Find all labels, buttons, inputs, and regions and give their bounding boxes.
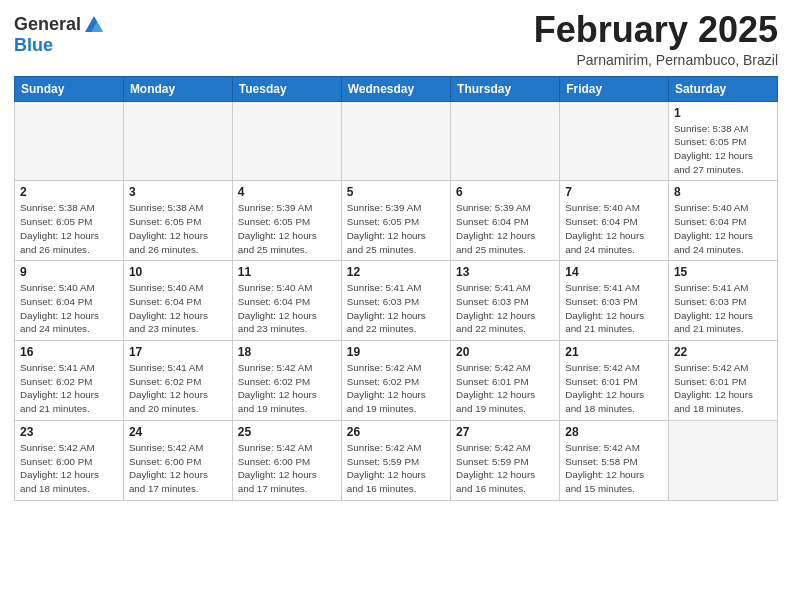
calendar-day-cell: 1Sunrise: 5:38 AM Sunset: 6:05 PM Daylig… bbox=[668, 101, 777, 181]
day-number: 2 bbox=[20, 185, 118, 199]
calendar-day-cell: 15Sunrise: 5:41 AM Sunset: 6:03 PM Dayli… bbox=[668, 261, 777, 341]
day-number: 1 bbox=[674, 106, 772, 120]
calendar-day-cell: 6Sunrise: 5:39 AM Sunset: 6:04 PM Daylig… bbox=[451, 181, 560, 261]
calendar-day-cell bbox=[560, 101, 669, 181]
calendar-week-row: 23Sunrise: 5:42 AM Sunset: 6:00 PM Dayli… bbox=[15, 420, 778, 500]
calendar-day-cell: 25Sunrise: 5:42 AM Sunset: 6:00 PM Dayli… bbox=[232, 420, 341, 500]
calendar-day-cell bbox=[451, 101, 560, 181]
day-number: 10 bbox=[129, 265, 227, 279]
calendar-day-header: Monday bbox=[123, 76, 232, 101]
day-number: 19 bbox=[347, 345, 445, 359]
logo-icon bbox=[83, 14, 105, 36]
day-info: Sunrise: 5:39 AM Sunset: 6:05 PM Dayligh… bbox=[347, 201, 445, 256]
calendar-day-cell: 16Sunrise: 5:41 AM Sunset: 6:02 PM Dayli… bbox=[15, 341, 124, 421]
calendar-table: SundayMondayTuesdayWednesdayThursdayFrid… bbox=[14, 76, 778, 501]
day-number: 21 bbox=[565, 345, 663, 359]
day-number: 28 bbox=[565, 425, 663, 439]
day-info: Sunrise: 5:42 AM Sunset: 6:02 PM Dayligh… bbox=[347, 361, 445, 416]
day-number: 15 bbox=[674, 265, 772, 279]
logo-blue-text: Blue bbox=[14, 36, 105, 56]
day-info: Sunrise: 5:41 AM Sunset: 6:02 PM Dayligh… bbox=[20, 361, 118, 416]
day-number: 3 bbox=[129, 185, 227, 199]
calendar-day-cell: 20Sunrise: 5:42 AM Sunset: 6:01 PM Dayli… bbox=[451, 341, 560, 421]
calendar-day-cell: 4Sunrise: 5:39 AM Sunset: 6:05 PM Daylig… bbox=[232, 181, 341, 261]
calendar-day-cell: 7Sunrise: 5:40 AM Sunset: 6:04 PM Daylig… bbox=[560, 181, 669, 261]
day-info: Sunrise: 5:40 AM Sunset: 6:04 PM Dayligh… bbox=[674, 201, 772, 256]
day-number: 20 bbox=[456, 345, 554, 359]
day-number: 8 bbox=[674, 185, 772, 199]
day-number: 17 bbox=[129, 345, 227, 359]
day-info: Sunrise: 5:41 AM Sunset: 6:03 PM Dayligh… bbox=[565, 281, 663, 336]
logo-general-text: General bbox=[14, 15, 81, 35]
calendar-day-cell: 3Sunrise: 5:38 AM Sunset: 6:05 PM Daylig… bbox=[123, 181, 232, 261]
day-info: Sunrise: 5:42 AM Sunset: 6:00 PM Dayligh… bbox=[129, 441, 227, 496]
calendar-day-cell: 27Sunrise: 5:42 AM Sunset: 5:59 PM Dayli… bbox=[451, 420, 560, 500]
month-year-title: February 2025 bbox=[534, 10, 778, 50]
day-info: Sunrise: 5:41 AM Sunset: 6:03 PM Dayligh… bbox=[347, 281, 445, 336]
calendar-day-cell bbox=[123, 101, 232, 181]
day-number: 13 bbox=[456, 265, 554, 279]
day-number: 23 bbox=[20, 425, 118, 439]
location-subtitle: Parnamirim, Pernambuco, Brazil bbox=[534, 52, 778, 68]
day-info: Sunrise: 5:40 AM Sunset: 6:04 PM Dayligh… bbox=[238, 281, 336, 336]
calendar-day-header: Thursday bbox=[451, 76, 560, 101]
calendar-day-cell: 28Sunrise: 5:42 AM Sunset: 5:58 PM Dayli… bbox=[560, 420, 669, 500]
day-number: 27 bbox=[456, 425, 554, 439]
calendar-day-cell: 17Sunrise: 5:41 AM Sunset: 6:02 PM Dayli… bbox=[123, 341, 232, 421]
day-info: Sunrise: 5:40 AM Sunset: 6:04 PM Dayligh… bbox=[565, 201, 663, 256]
calendar-day-header: Sunday bbox=[15, 76, 124, 101]
calendar-day-cell: 9Sunrise: 5:40 AM Sunset: 6:04 PM Daylig… bbox=[15, 261, 124, 341]
calendar-day-header: Wednesday bbox=[341, 76, 450, 101]
calendar-day-header: Tuesday bbox=[232, 76, 341, 101]
calendar-header-row: SundayMondayTuesdayWednesdayThursdayFrid… bbox=[15, 76, 778, 101]
calendar-day-header: Friday bbox=[560, 76, 669, 101]
calendar-week-row: 16Sunrise: 5:41 AM Sunset: 6:02 PM Dayli… bbox=[15, 341, 778, 421]
calendar-day-cell: 18Sunrise: 5:42 AM Sunset: 6:02 PM Dayli… bbox=[232, 341, 341, 421]
calendar-day-cell: 2Sunrise: 5:38 AM Sunset: 6:05 PM Daylig… bbox=[15, 181, 124, 261]
day-info: Sunrise: 5:42 AM Sunset: 6:00 PM Dayligh… bbox=[20, 441, 118, 496]
day-number: 5 bbox=[347, 185, 445, 199]
day-info: Sunrise: 5:38 AM Sunset: 6:05 PM Dayligh… bbox=[20, 201, 118, 256]
calendar-day-cell: 22Sunrise: 5:42 AM Sunset: 6:01 PM Dayli… bbox=[668, 341, 777, 421]
calendar-week-row: 2Sunrise: 5:38 AM Sunset: 6:05 PM Daylig… bbox=[15, 181, 778, 261]
calendar-day-cell: 11Sunrise: 5:40 AM Sunset: 6:04 PM Dayli… bbox=[232, 261, 341, 341]
calendar-day-cell: 12Sunrise: 5:41 AM Sunset: 6:03 PM Dayli… bbox=[341, 261, 450, 341]
calendar-day-cell: 24Sunrise: 5:42 AM Sunset: 6:00 PM Dayli… bbox=[123, 420, 232, 500]
day-number: 9 bbox=[20, 265, 118, 279]
header: General Blue February 2025 Parnamirim, P… bbox=[14, 10, 778, 68]
calendar-day-cell: 13Sunrise: 5:41 AM Sunset: 6:03 PM Dayli… bbox=[451, 261, 560, 341]
calendar-day-cell: 8Sunrise: 5:40 AM Sunset: 6:04 PM Daylig… bbox=[668, 181, 777, 261]
day-info: Sunrise: 5:42 AM Sunset: 6:02 PM Dayligh… bbox=[238, 361, 336, 416]
calendar-day-cell: 10Sunrise: 5:40 AM Sunset: 6:04 PM Dayli… bbox=[123, 261, 232, 341]
calendar-day-cell: 19Sunrise: 5:42 AM Sunset: 6:02 PM Dayli… bbox=[341, 341, 450, 421]
day-info: Sunrise: 5:39 AM Sunset: 6:04 PM Dayligh… bbox=[456, 201, 554, 256]
calendar-day-cell bbox=[341, 101, 450, 181]
calendar-day-cell: 5Sunrise: 5:39 AM Sunset: 6:05 PM Daylig… bbox=[341, 181, 450, 261]
day-info: Sunrise: 5:40 AM Sunset: 6:04 PM Dayligh… bbox=[129, 281, 227, 336]
calendar-day-cell bbox=[232, 101, 341, 181]
calendar-day-cell bbox=[15, 101, 124, 181]
day-number: 22 bbox=[674, 345, 772, 359]
day-info: Sunrise: 5:41 AM Sunset: 6:03 PM Dayligh… bbox=[456, 281, 554, 336]
day-info: Sunrise: 5:42 AM Sunset: 5:59 PM Dayligh… bbox=[456, 441, 554, 496]
day-info: Sunrise: 5:42 AM Sunset: 6:00 PM Dayligh… bbox=[238, 441, 336, 496]
calendar-day-cell: 23Sunrise: 5:42 AM Sunset: 6:00 PM Dayli… bbox=[15, 420, 124, 500]
day-info: Sunrise: 5:42 AM Sunset: 5:58 PM Dayligh… bbox=[565, 441, 663, 496]
day-number: 18 bbox=[238, 345, 336, 359]
day-number: 11 bbox=[238, 265, 336, 279]
day-info: Sunrise: 5:41 AM Sunset: 6:03 PM Dayligh… bbox=[674, 281, 772, 336]
day-number: 4 bbox=[238, 185, 336, 199]
day-info: Sunrise: 5:38 AM Sunset: 6:05 PM Dayligh… bbox=[129, 201, 227, 256]
day-info: Sunrise: 5:42 AM Sunset: 5:59 PM Dayligh… bbox=[347, 441, 445, 496]
calendar-day-cell: 14Sunrise: 5:41 AM Sunset: 6:03 PM Dayli… bbox=[560, 261, 669, 341]
calendar-week-row: 9Sunrise: 5:40 AM Sunset: 6:04 PM Daylig… bbox=[15, 261, 778, 341]
calendar-week-row: 1Sunrise: 5:38 AM Sunset: 6:05 PM Daylig… bbox=[15, 101, 778, 181]
title-block: February 2025 Parnamirim, Pernambuco, Br… bbox=[534, 10, 778, 68]
day-info: Sunrise: 5:39 AM Sunset: 6:05 PM Dayligh… bbox=[238, 201, 336, 256]
day-info: Sunrise: 5:40 AM Sunset: 6:04 PM Dayligh… bbox=[20, 281, 118, 336]
day-info: Sunrise: 5:41 AM Sunset: 6:02 PM Dayligh… bbox=[129, 361, 227, 416]
calendar-day-cell: 26Sunrise: 5:42 AM Sunset: 5:59 PM Dayli… bbox=[341, 420, 450, 500]
day-number: 24 bbox=[129, 425, 227, 439]
calendar-day-cell bbox=[668, 420, 777, 500]
day-info: Sunrise: 5:38 AM Sunset: 6:05 PM Dayligh… bbox=[674, 122, 772, 177]
